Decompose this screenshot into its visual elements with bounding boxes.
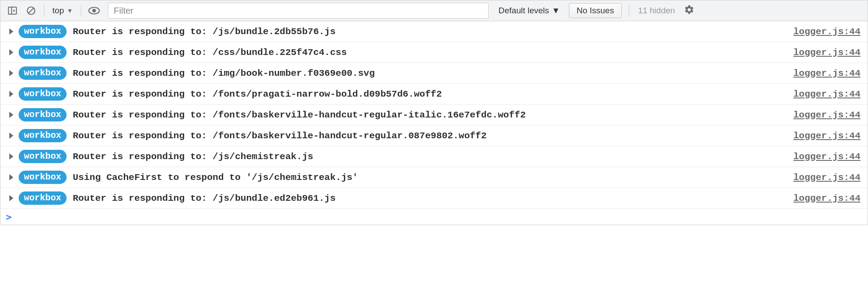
log-row: workboxRouter is responding to: /img/boo… bbox=[0, 63, 868, 84]
levels-label: Default levels bbox=[498, 6, 549, 16]
workbox-badge: workbox bbox=[19, 150, 67, 163]
workbox-badge: workbox bbox=[19, 171, 67, 184]
log-message: Router is responding to: /js/bundle.2db5… bbox=[73, 27, 785, 37]
log-source-link[interactable]: logger.js:44 bbox=[793, 68, 860, 78]
log-source-link[interactable]: logger.js:44 bbox=[793, 131, 860, 141]
context-selector[interactable]: top ▼ bbox=[49, 6, 76, 16]
workbox-badge: workbox bbox=[19, 25, 67, 38]
expand-toggle-icon[interactable] bbox=[9, 133, 13, 139]
workbox-badge: workbox bbox=[19, 129, 67, 142]
svg-marker-2 bbox=[13, 9, 15, 12]
clear-console-button[interactable] bbox=[23, 3, 39, 19]
log-row: workboxUsing CacheFirst to respond to '/… bbox=[0, 167, 868, 188]
hidden-label: 11 hidden bbox=[638, 6, 675, 15]
separator bbox=[44, 5, 44, 16]
log-row: workboxRouter is responding to: /fonts/b… bbox=[0, 105, 868, 125]
expand-toggle-icon[interactable] bbox=[9, 91, 13, 97]
log-list: workboxRouter is responding to: /js/bund… bbox=[0, 21, 868, 209]
expand-toggle-icon[interactable] bbox=[9, 174, 13, 180]
log-source-link[interactable]: logger.js:44 bbox=[793, 172, 860, 183]
expand-toggle-icon[interactable] bbox=[9, 49, 13, 55]
log-source-link[interactable]: logger.js:44 bbox=[793, 89, 860, 99]
workbox-badge: workbox bbox=[19, 87, 67, 101]
workbox-badge: workbox bbox=[19, 46, 67, 59]
separator bbox=[629, 5, 629, 16]
log-row: workboxRouter is responding to: /fonts/p… bbox=[0, 84, 868, 105]
workbox-badge: workbox bbox=[19, 191, 67, 205]
issues-button[interactable]: No Issues bbox=[569, 3, 621, 18]
expand-toggle-icon[interactable] bbox=[9, 112, 13, 118]
expand-toggle-icon[interactable] bbox=[9, 28, 13, 35]
log-source-link[interactable]: logger.js:44 bbox=[793, 110, 860, 120]
log-message: Router is responding to: /js/chemistreak… bbox=[73, 152, 785, 162]
log-row: workboxRouter is responding to: /js/bund… bbox=[0, 21, 868, 42]
log-message: Router is responding to: /fonts/baskervi… bbox=[73, 131, 785, 141]
filter-input[interactable] bbox=[108, 3, 489, 19]
console-toolbar: top ▼ Default levels ▼ No Issues 11 hidd… bbox=[0, 0, 868, 21]
workbox-badge: workbox bbox=[19, 108, 67, 121]
hidden-messages-button[interactable]: 11 hidden bbox=[634, 6, 679, 16]
expand-toggle-icon[interactable] bbox=[9, 195, 13, 201]
log-row: workboxRouter is responding to: /css/bun… bbox=[0, 42, 868, 63]
log-source-link[interactable]: logger.js:44 bbox=[793, 27, 860, 37]
log-message: Router is responding to: /fonts/baskervi… bbox=[73, 110, 785, 120]
log-message: Router is responding to: /js/bundle.ed2e… bbox=[73, 193, 785, 203]
live-expression-button[interactable] bbox=[86, 3, 103, 19]
log-row: workboxRouter is responding to: /fonts/b… bbox=[0, 125, 868, 146]
log-row: workboxRouter is responding to: /js/bund… bbox=[0, 188, 868, 209]
log-source-link[interactable]: logger.js:44 bbox=[793, 193, 860, 203]
expand-toggle-icon[interactable] bbox=[9, 153, 13, 160]
settings-button[interactable] bbox=[681, 4, 697, 17]
console-panel: top ▼ Default levels ▼ No Issues 11 hidd… bbox=[0, 0, 868, 225]
log-message: Router is responding to: /css/bundle.225… bbox=[73, 47, 785, 58]
issues-label: No Issues bbox=[576, 6, 614, 16]
chevron-down-icon: ▼ bbox=[67, 7, 73, 14]
prompt-caret-icon: > bbox=[6, 211, 12, 222]
chevron-down-icon: ▼ bbox=[552, 6, 560, 16]
log-source-link[interactable]: logger.js:44 bbox=[793, 47, 860, 58]
context-label: top bbox=[52, 6, 64, 16]
toggle-sidebar-button[interactable] bbox=[4, 3, 21, 19]
log-row: workboxRouter is responding to: /js/chem… bbox=[0, 146, 868, 167]
console-prompt[interactable]: > bbox=[0, 209, 868, 225]
log-message: Router is responding to: /img/book-numbe… bbox=[73, 68, 785, 78]
log-source-link[interactable]: logger.js:44 bbox=[793, 152, 860, 162]
svg-point-6 bbox=[92, 9, 96, 12]
levels-selector[interactable]: Default levels ▼ bbox=[494, 6, 564, 16]
svg-line-4 bbox=[28, 8, 34, 13]
expand-toggle-icon[interactable] bbox=[9, 70, 13, 76]
separator bbox=[81, 5, 81, 16]
workbox-badge: workbox bbox=[19, 66, 67, 80]
svg-rect-0 bbox=[8, 7, 16, 14]
log-message: Router is responding to: /fonts/pragati-… bbox=[73, 89, 785, 99]
log-message: Using CacheFirst to respond to '/js/chem… bbox=[73, 172, 785, 183]
